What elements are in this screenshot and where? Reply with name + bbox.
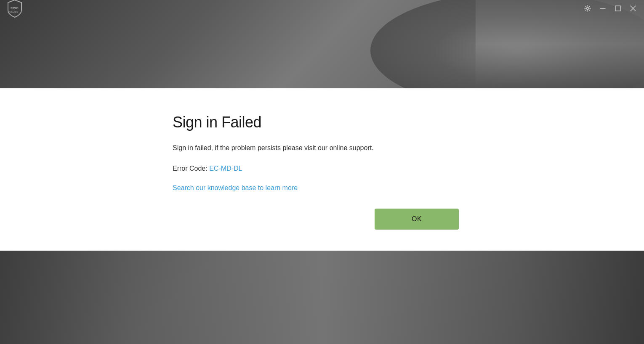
error-code-label: Error Code:: [173, 165, 208, 172]
settings-button[interactable]: [582, 3, 593, 14]
gear-icon: [584, 5, 591, 12]
window-controls: [582, 3, 639, 14]
svg-rect-4: [615, 6, 620, 11]
ok-button[interactable]: OK: [375, 209, 459, 230]
svg-text:GAMES: GAMES: [9, 11, 18, 13]
dialog-area: Sign in Failed Sign in failed, if the pr…: [0, 88, 644, 251]
error-code-link[interactable]: EC-MD-DL: [209, 165, 242, 172]
dialog-content: Sign in Failed Sign in failed, if the pr…: [173, 114, 476, 230]
minimize-icon: [599, 5, 606, 12]
titlebar: EPIC GAMES: [0, 0, 644, 17]
maximize-icon: [615, 5, 621, 12]
svg-text:EPIC: EPIC: [11, 6, 19, 10]
knowledge-base-link[interactable]: Search our knowledge base to learn more: [173, 184, 476, 192]
close-button[interactable]: [627, 3, 639, 14]
error-code-line: Error Code: EC-MD-DL: [173, 165, 476, 172]
minimize-button[interactable]: [597, 3, 609, 14]
dialog-title: Sign in Failed: [173, 114, 476, 131]
ok-button-row: OK: [173, 209, 459, 230]
dialog-message: Sign in failed, if the problem persists …: [173, 143, 476, 153]
background-bottom: [0, 251, 644, 344]
svg-point-2: [587, 8, 589, 10]
epic-logo-icon: EPIC GAMES: [7, 0, 23, 18]
epic-games-logo: EPIC GAMES: [5, 0, 24, 18]
maximize-button[interactable]: [612, 3, 624, 14]
close-icon: [630, 5, 636, 12]
